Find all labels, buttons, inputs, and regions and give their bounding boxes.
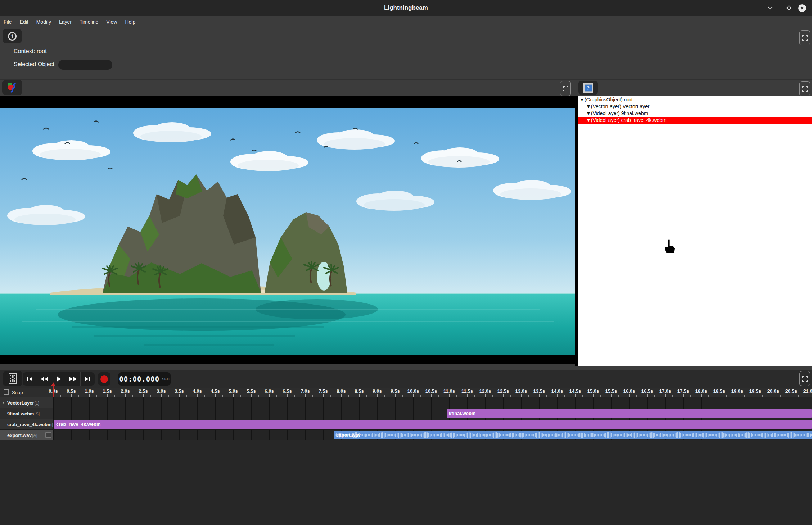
track-label-crab-rave-4k-webm[interactable]: crab_rave_4k.webm[S] xyxy=(0,419,53,430)
ruler-label: 17.5s xyxy=(677,388,689,394)
expander-icon[interactable]: ▼ xyxy=(2,397,5,408)
tree-item[interactable]: ▼(VectorLayer) VectorLayer xyxy=(578,103,812,110)
ruler-tick xyxy=(680,395,680,397)
menu-bar: FileEditModifyLayerTimelineViewHelp xyxy=(4,17,143,27)
fullscreen-icon[interactable] xyxy=(799,371,810,386)
snap-label: Snap xyxy=(12,390,23,395)
menu-item-file[interactable]: File xyxy=(4,19,12,25)
maximize-icon[interactable] xyxy=(785,4,793,12)
mute-checkbox[interactable]: - xyxy=(45,432,51,438)
ruler-tick xyxy=(136,395,136,397)
skip-end-icon[interactable] xyxy=(81,372,95,386)
ruler-tick xyxy=(312,395,313,397)
ruler-tick xyxy=(111,395,111,397)
record-icon xyxy=(100,375,108,383)
skip-start-icon[interactable] xyxy=(23,372,37,386)
ruler-tick xyxy=(615,395,615,397)
waveform xyxy=(334,431,812,439)
minimize-icon[interactable] xyxy=(766,4,775,12)
ruler-label: 12.0s xyxy=(479,388,491,394)
ruler-tick xyxy=(525,395,525,397)
ruler-tick xyxy=(154,395,154,397)
record-button[interactable] xyxy=(98,372,110,386)
ruler-tick xyxy=(309,395,309,397)
stage-tab[interactable] xyxy=(2,80,22,95)
clip-audio[interactable]: export.wav xyxy=(334,431,812,439)
ruler-tick xyxy=(269,394,270,397)
menu-item-help[interactable]: Help xyxy=(125,19,135,25)
ruler-tick xyxy=(248,395,248,397)
menu-item-timeline[interactable]: Timeline xyxy=(80,19,98,25)
info-tab[interactable]: i xyxy=(3,29,22,43)
menu-item-layer[interactable]: Layer xyxy=(59,19,72,25)
ruler-tick xyxy=(60,395,61,397)
ruler-tick xyxy=(629,394,630,397)
ruler-tick xyxy=(456,395,457,397)
track-label-9final-webm[interactable]: 9final.webm[S] xyxy=(0,408,53,419)
selected-object-input[interactable] xyxy=(58,60,112,70)
fullscreen-icon[interactable] xyxy=(560,81,571,96)
ruler-tick xyxy=(280,395,280,397)
ruler-tick xyxy=(172,395,172,397)
ruler-tick xyxy=(503,394,504,397)
track-content[interactable]: 9final.webmcrab_rave_4k.webmexport.wav xyxy=(53,397,812,440)
ruler-tick xyxy=(417,395,417,397)
close-icon[interactable] xyxy=(798,4,806,12)
ruler-tick xyxy=(536,395,536,397)
menu-item-modify[interactable]: Modify xyxy=(36,19,51,25)
ruler-tick xyxy=(514,395,514,397)
track-row[interactable]: export.wav xyxy=(53,430,812,440)
ruler-tick xyxy=(647,394,648,397)
ruler-label: 15.5s xyxy=(605,388,617,394)
ruler-tick xyxy=(518,395,518,397)
ruler-tick xyxy=(435,395,435,397)
film-strip-icon xyxy=(8,373,17,384)
fullscreen-icon[interactable] xyxy=(799,30,810,45)
ruler-tick xyxy=(147,395,147,397)
fullscreen-icon[interactable] xyxy=(799,81,810,96)
ruler-tick xyxy=(68,395,68,397)
ruler-tick xyxy=(561,395,561,397)
menu-item-view[interactable]: View xyxy=(106,19,117,25)
ruler-tick xyxy=(788,395,788,397)
ruler-tick xyxy=(694,395,694,397)
ruler-tick xyxy=(611,394,612,397)
snap-checkbox[interactable] xyxy=(4,389,9,395)
ruler-tick xyxy=(557,394,558,397)
ruler-tick xyxy=(305,394,306,397)
tree-item[interactable]: ▼(VideoLayer) 9final.webm xyxy=(578,110,812,117)
ruler-tick xyxy=(255,395,255,397)
ruler-tick xyxy=(762,395,763,397)
scene-tree-tab[interactable]: ? xyxy=(578,81,598,95)
clip-label: crab_rave_4k.webm xyxy=(56,421,101,427)
ruler-tick xyxy=(586,395,586,397)
timeline-tab[interactable] xyxy=(3,371,22,386)
ruler-label: 4.5s xyxy=(211,388,220,394)
ruler-tick xyxy=(748,395,748,397)
timeline-ruler[interactable]: Snap 0.0s0.5s1.0s1.5s2.0s2.5s3.0s3.5s4.0… xyxy=(0,388,812,397)
tree-item[interactable]: ▼(VideoLayer) crab_rave_4k.webm xyxy=(578,117,812,124)
track-row[interactable]: 9final.webm xyxy=(53,408,812,419)
ruler-tick xyxy=(122,395,122,397)
ruler-tick xyxy=(651,395,651,397)
fast-forward-icon[interactable] xyxy=(66,372,81,386)
clip-video[interactable]: crab_rave_4k.webm xyxy=(54,420,812,429)
ruler-tick xyxy=(784,395,784,397)
ruler-tick xyxy=(251,394,252,397)
ruler-ticks: 0.0s0.5s1.0s1.5s2.0s2.5s3.0s3.5s4.0s4.5s… xyxy=(53,388,812,397)
ruler-tick xyxy=(262,395,262,397)
track-row[interactable]: crab_rave_4k.webm xyxy=(53,419,812,430)
tree-item[interactable]: ▼(GraphicsObject) root xyxy=(578,96,812,103)
track-row[interactable] xyxy=(53,397,812,408)
track-label-export-wav[interactable]: export.wav[A]- xyxy=(0,430,53,440)
ruler-tick xyxy=(143,394,144,397)
track-label-vectorlayer[interactable]: ▼VectorLayer[L] xyxy=(0,397,53,408)
clip-video[interactable]: 9final.webm xyxy=(447,409,812,418)
ruler-tick xyxy=(550,395,550,397)
menu-item-edit[interactable]: Edit xyxy=(20,19,28,25)
play-icon[interactable] xyxy=(51,372,66,386)
ruler-tick xyxy=(294,395,295,397)
ruler-label: 13.0s xyxy=(515,388,527,394)
rewind-icon[interactable] xyxy=(37,372,51,386)
ruler-tick xyxy=(701,394,702,397)
